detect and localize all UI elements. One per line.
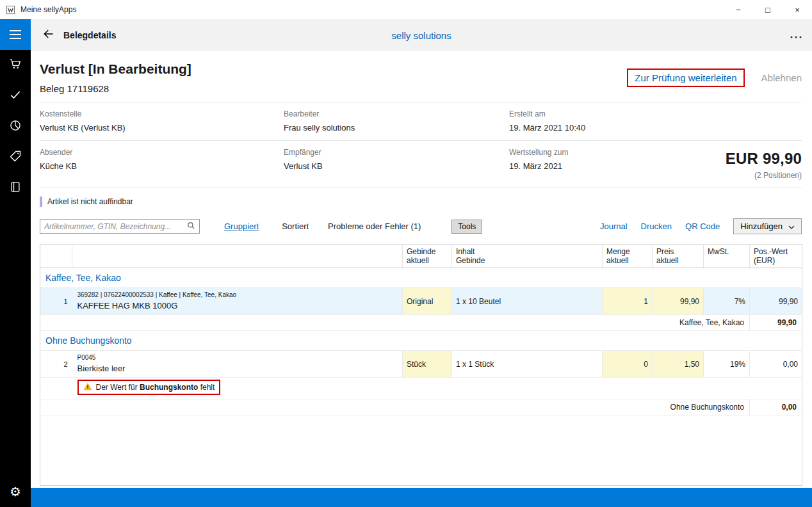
pie-chart-icon [9, 119, 22, 134]
col-preis: Preis aktuell [653, 245, 704, 268]
minimize-button[interactable]: − [724, 0, 753, 19]
row-number: 2 [40, 351, 72, 378]
article-meta: P0045 [77, 354, 398, 362]
subtotal-label: Kaffee, Tee, Kakao [40, 315, 750, 331]
total-positions: (2 Positionen) [726, 171, 802, 180]
gebinde-cell[interactable]: Original [403, 288, 452, 315]
sorted-link[interactable]: Sortiert [282, 221, 309, 231]
forward-for-review-button[interactable]: Zur Prüfung weiterleiten [627, 68, 744, 87]
menge-cell[interactable]: 1 [603, 288, 653, 315]
back-arrow-icon [42, 28, 55, 43]
row-number: 1 [40, 288, 72, 315]
preis-cell[interactable]: 99,90 [653, 288, 704, 315]
search-icon[interactable] [187, 221, 199, 232]
chevron-down-icon [788, 221, 795, 231]
gear-icon: ⚙ [10, 484, 21, 499]
ellipsis-icon [790, 29, 802, 41]
notice-marker [40, 197, 42, 207]
check-icon [9, 88, 22, 104]
cart-icon [9, 58, 22, 73]
article-name: Bierkiste leer [77, 364, 398, 374]
warning-message: Der Wert für Buchungskonto fehlt [77, 380, 221, 395]
document-title: Verlust [In Bearbeitung] [40, 61, 191, 77]
group-subtotal-row: Ohne Buchungskonto 0,00 [40, 399, 802, 415]
field-bearbeiter: Bearbeiter Frau selly solutions [284, 109, 509, 133]
mwst-cell: 19% [704, 351, 750, 378]
item-row-1[interactable]: 1 369282 | 07622400002533 | Kaffee | Kaf… [40, 288, 802, 315]
window-controls: − □ × [724, 0, 812, 19]
tag-icon [9, 150, 22, 165]
pos-wert-cell: 99,90 [750, 288, 802, 315]
search-input[interactable] [40, 222, 187, 231]
inhalt-cell: 1 x 1 Stück [452, 351, 603, 378]
field-empfaenger: Empfänger Verlust KB [284, 148, 509, 180]
positions-table: Gebinde aktuell Inhalt Gebinde Menge akt… [40, 244, 802, 486]
subtotal-label: Ohne Buchungskonto [40, 399, 750, 415]
sidebar-item-reports[interactable] [0, 111, 31, 142]
group-title: Ohne Buchungskonto [40, 331, 802, 351]
gebinde-cell[interactable]: Stück [403, 351, 452, 378]
sidebar: ⚙ [0, 19, 31, 507]
grouped-link[interactable]: Gruppiert [224, 221, 259, 231]
total-amount: EUR 99,90 [726, 150, 802, 168]
notice-article-not-found: Artikel ist nicht auffindbar [40, 197, 802, 207]
menge-cell[interactable]: 0 [603, 351, 653, 378]
group-subtotal-row: Kaffee, Tee, Kakao 99,90 [40, 315, 802, 331]
warning-row: Der Wert für Buchungskonto fehlt [40, 378, 802, 399]
add-button[interactable]: Hinzufügen [733, 218, 802, 234]
main-content: Verlust [In Bearbeitung] Beleg 17119628 … [31, 51, 812, 488]
book-icon [9, 181, 22, 196]
col-gebinde: Gebinde aktuell [403, 245, 452, 268]
group-header-row: Ohne Buchungskonto [40, 331, 802, 351]
more-button[interactable] [790, 26, 802, 45]
document-total: EUR 99,90 (2 Positionen) [726, 150, 802, 180]
field-absender: Absender Küche KB [40, 148, 284, 180]
item-row-2[interactable]: 2 P0045 Bierkiste leer Stück 1 x 1 Stück… [40, 351, 802, 378]
settings-button[interactable]: ⚙ [0, 476, 31, 507]
tools-button[interactable]: Tools [451, 220, 482, 234]
warning-icon [83, 382, 92, 392]
sidebar-item-journal[interactable] [0, 173, 31, 204]
subtotal-value: 0,00 [750, 399, 802, 415]
menu-button[interactable] [0, 19, 31, 50]
problems-link[interactable]: Probleme oder Fehler (1) [328, 221, 421, 231]
maximize-button[interactable]: □ [753, 0, 783, 19]
preis-cell[interactable]: 1,50 [653, 351, 704, 378]
window-title: Meine sellyApps [20, 5, 76, 14]
close-button[interactable]: × [783, 0, 812, 19]
table-filler [40, 415, 802, 486]
field-kostenstelle: Kostenstelle Verlust KB (Verlust KB) [40, 109, 284, 133]
mwst-cell: 7% [704, 288, 750, 315]
qr-code-link[interactable]: QR Code [685, 221, 720, 231]
col-pos-wert: Pos.-Wert (EUR) [750, 245, 802, 268]
sidebar-item-orders[interactable] [0, 50, 31, 81]
center-title: selly solutions [31, 30, 812, 41]
status-bar [31, 488, 812, 507]
page-title: Belegdetails [63, 30, 116, 40]
back-button[interactable] [38, 25, 59, 45]
reject-button[interactable]: Ablehnen [761, 72, 802, 83]
article-name: KAFFEE HAG MKB 1000G [77, 301, 398, 311]
journal-link[interactable]: Journal [600, 221, 628, 231]
app-icon [6, 5, 15, 15]
field-erstellt-am: Erstellt am 19. März 2021 10:40 [509, 109, 802, 133]
group-header-row: Kaffee, Tee, Kakao [40, 268, 802, 288]
titlebar: Meine sellyApps − □ × [0, 0, 812, 19]
toolbar: Gruppiert Sortiert Probleme oder Fehler … [40, 219, 802, 234]
document-number: Beleg 17119628 [40, 83, 191, 94]
group-title: Kaffee, Tee, Kakao [40, 268, 802, 288]
article-meta: 369282 | 07622400002533 | Kaffee | Kaffe… [77, 291, 398, 299]
article-cell: P0045 Bierkiste leer [72, 351, 403, 378]
article-cell: 369282 | 07622400002533 | Kaffee | Kaffe… [72, 288, 403, 315]
sidebar-item-articles[interactable] [0, 142, 31, 173]
sidebar-item-approvals[interactable] [0, 81, 31, 111]
print-link[interactable]: Drucken [641, 221, 672, 231]
search-box [40, 219, 200, 234]
col-mwst: MwSt. [704, 245, 750, 268]
col-menge: Menge aktuell [603, 245, 653, 268]
table-header-row: Gebinde aktuell Inhalt Gebinde Menge akt… [40, 245, 802, 268]
app-window: Meine sellyApps − □ × [0, 0, 812, 507]
pos-wert-cell: 0,00 [750, 351, 802, 378]
subtotal-value: 99,90 [750, 315, 802, 331]
inhalt-cell: 1 x 10 Beutel [452, 288, 603, 315]
